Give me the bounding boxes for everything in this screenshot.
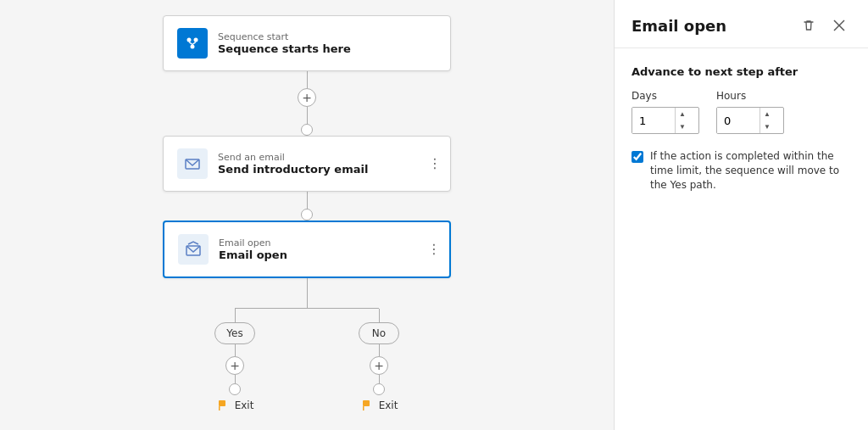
hours-up-button[interactable]: ▲ — [760, 108, 774, 120]
send-email-label: Send an email — [218, 152, 368, 163]
days-field: Days ▲ ▼ — [632, 90, 699, 134]
panel-header: Email open — [615, 0, 868, 48]
no-connector-circle — [373, 383, 385, 395]
days-label: Days — [632, 90, 699, 102]
flow-canvas: Sequence start Sequence starts here + Se… — [0, 0, 614, 430]
hours-arrows: ▲ ▼ — [760, 108, 774, 133]
no-below-line — [379, 344, 380, 356]
days-up-button[interactable]: ▲ — [676, 108, 689, 120]
send-email-text: Send an email Send introductory email — [218, 152, 368, 176]
send-email-menu[interactable]: ⋮ — [428, 157, 442, 170]
days-spinner[interactable]: ▲ ▼ — [632, 107, 699, 134]
yes-exit-flag-icon — [216, 399, 230, 412]
connector-line-1 — [307, 71, 308, 88]
hours-down-button[interactable]: ▼ — [760, 120, 774, 133]
yes-path-checkbox[interactable] — [632, 151, 643, 163]
panel-actions — [797, 14, 851, 37]
hours-spinner[interactable]: ▲ ▼ — [716, 107, 784, 134]
advance-section-label: Advance to next step after — [632, 65, 851, 78]
svg-rect-8 — [219, 406, 220, 410]
yes-add-below-line — [235, 375, 236, 383]
time-inputs: Days ▲ ▼ Hours ▲ ▼ — [632, 90, 851, 134]
connector-circle-1 — [301, 124, 313, 136]
svg-point-2 — [191, 45, 195, 49]
checkbox-row: If the action is completed within the ti… — [632, 149, 851, 192]
no-exit-label: Exit — [379, 399, 398, 411]
email-open-text: Email open Email open — [219, 237, 287, 261]
svg-rect-7 — [219, 400, 225, 406]
connector-circle-2 — [301, 209, 313, 221]
panel-title: Email open — [632, 17, 726, 35]
email-open-menu[interactable]: ⋮ — [427, 243, 441, 256]
yes-arm-line — [235, 309, 236, 322]
sequence-start-title: Sequence starts here — [218, 42, 351, 55]
svg-point-0 — [187, 38, 192, 42]
svg-rect-10 — [363, 406, 364, 410]
panel-body: Advance to next step after Days ▲ ▼ Hour… — [615, 48, 868, 430]
send-email-icon — [177, 148, 208, 179]
branch-v-line — [307, 278, 308, 309]
branch-h-line — [235, 308, 379, 309]
close-button[interactable] — [827, 14, 851, 37]
email-open-icon — [178, 234, 209, 265]
sequence-start-text: Sequence start Sequence starts here — [218, 31, 351, 55]
branch-arms: Yes + Exit No — [163, 309, 451, 412]
yes-add-button[interactable]: + — [225, 356, 244, 375]
email-open-node[interactable]: Email open Email open ⋮ — [163, 221, 451, 278]
yes-arm: Yes + Exit — [214, 309, 255, 412]
days-input[interactable] — [632, 108, 675, 133]
connector-line-2 — [307, 107, 308, 124]
right-panel: Email open Advance to next step after Da… — [614, 0, 868, 430]
yes-exit-label: Exit — [235, 399, 254, 411]
yes-connector-circle — [229, 383, 241, 395]
email-open-label: Email open — [219, 237, 287, 249]
email-open-title: Email open — [219, 249, 287, 261]
days-arrows: ▲ ▼ — [675, 108, 689, 133]
hours-input[interactable] — [717, 108, 760, 133]
hours-field: Hours ▲ ▼ — [716, 90, 784, 134]
svg-point-1 — [194, 38, 198, 42]
no-exit-flag-icon — [360, 399, 374, 412]
no-pill[interactable]: No — [359, 322, 399, 344]
hours-label: Hours — [716, 90, 784, 102]
no-add-below-line — [379, 375, 380, 383]
sequence-start-label: Sequence start — [218, 31, 351, 42]
sequence-start-node[interactable]: Sequence start Sequence starts here — [163, 15, 451, 71]
svg-line-3 — [189, 42, 192, 45]
add-button-1[interactable]: + — [298, 88, 316, 107]
yes-exit-row: Exit — [216, 399, 254, 412]
days-down-button[interactable]: ▼ — [676, 120, 689, 133]
yes-pill[interactable]: Yes — [214, 322, 255, 344]
no-arm-line — [379, 309, 380, 322]
flow-wrapper: Sequence start Sequence starts here + Se… — [0, 15, 614, 412]
no-arm: No + Exit — [359, 309, 399, 412]
checkbox-text: If the action is completed within the ti… — [650, 149, 851, 192]
connector-line-3 — [307, 192, 308, 209]
no-add-button[interactable]: + — [370, 356, 388, 375]
no-exit-row: Exit — [360, 399, 398, 412]
send-email-title: Send introductory email — [218, 163, 368, 176]
yes-below-line — [235, 344, 236, 356]
svg-rect-9 — [363, 400, 370, 406]
svg-line-4 — [192, 42, 196, 45]
branch-split-area — [163, 278, 451, 309]
sequence-start-icon — [177, 28, 208, 59]
delete-button[interactable] — [797, 14, 821, 37]
send-email-node[interactable]: Send an email Send introductory email ⋮ — [163, 136, 451, 192]
